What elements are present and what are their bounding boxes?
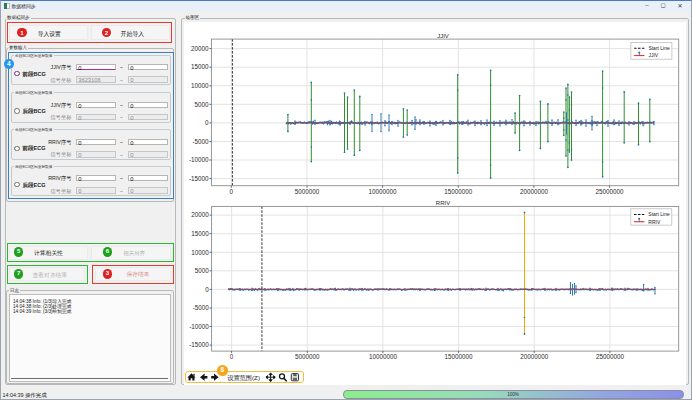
svg-text:20000000: 20000000 (520, 188, 549, 195)
svg-text:-5000: -5000 (193, 304, 210, 311)
svg-text:-15000: -15000 (189, 175, 209, 182)
svg-text:20000: 20000 (191, 45, 209, 52)
svg-text:RRIV: RRIV (648, 219, 661, 225)
svg-text:0: 0 (205, 286, 209, 293)
svg-text:0: 0 (205, 119, 209, 126)
svg-text:10000000: 10000000 (369, 188, 398, 195)
svg-text:JJIV: JJIV (648, 52, 658, 58)
svg-text:JJIV: JJIV (437, 33, 449, 39)
svg-text:5000: 5000 (195, 267, 210, 274)
svg-text:25000000: 25000000 (596, 188, 625, 195)
svg-text:10000: 10000 (191, 82, 209, 89)
svg-text:-15000: -15000 (189, 341, 209, 348)
svg-text:5000: 5000 (195, 101, 210, 108)
svg-text:5000000: 5000000 (295, 188, 320, 195)
svg-text:15000: 15000 (191, 63, 209, 70)
svg-text:15000000: 15000000 (444, 188, 473, 195)
svg-text:15000: 15000 (191, 230, 209, 237)
svg-text:10000000: 10000000 (369, 353, 398, 360)
svg-text:5000000: 5000000 (295, 353, 320, 360)
svg-text:Start Line: Start Line (648, 211, 670, 217)
svg-text:10000: 10000 (191, 249, 209, 256)
svg-text:20000: 20000 (191, 211, 209, 218)
svg-text:0: 0 (230, 353, 234, 360)
svg-text:-5000: -5000 (192, 138, 209, 145)
svg-text:15000000: 15000000 (445, 353, 474, 360)
svg-text:25000000: 25000000 (596, 353, 625, 360)
svg-text:-10000: -10000 (189, 323, 209, 330)
svg-text:RRIV: RRIV (436, 200, 450, 206)
svg-text:20000000: 20000000 (520, 353, 549, 360)
svg-text:-10000: -10000 (189, 156, 209, 163)
svg-text:Start Line: Start Line (648, 45, 670, 51)
svg-text:0: 0 (230, 188, 234, 195)
